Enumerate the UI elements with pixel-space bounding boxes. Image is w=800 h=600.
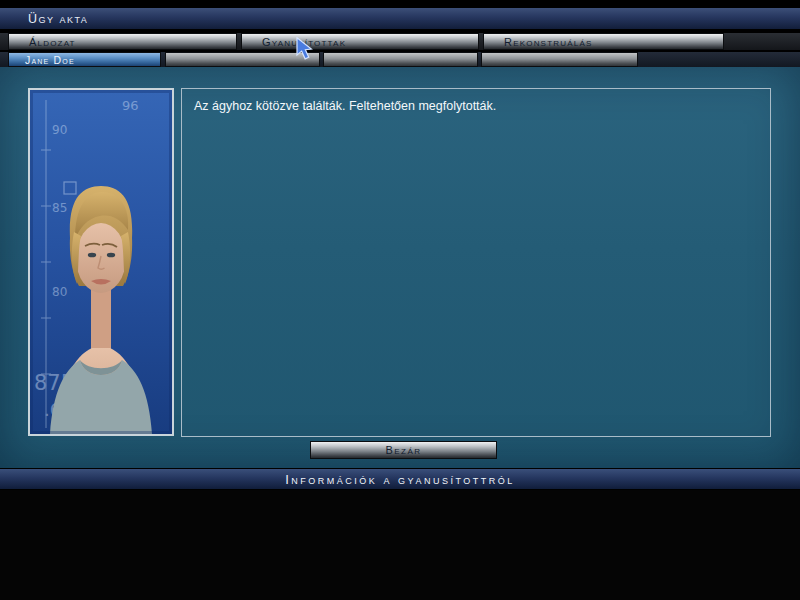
- svg-text:96: 96: [122, 98, 139, 113]
- victim-description-box: Az ágyhoz kötözve találták. Feltehetően …: [181, 88, 771, 437]
- subtab-empty-slot: [165, 52, 320, 67]
- close-button-label: Bezár: [385, 444, 421, 456]
- subtab-jane-doe-label: Jane Doe: [25, 54, 75, 66]
- subtab-jane-doe[interactable]: Jane Doe: [8, 52, 161, 67]
- case-file-header: Ügy akta: [0, 7, 800, 30]
- subtab-empty-slot: [323, 52, 478, 67]
- status-bar-text: Információk a gyanusítottról: [285, 472, 515, 487]
- svg-text:90: 90: [52, 123, 67, 137]
- tab-reconstruction-label: Rekonstruálás: [504, 36, 592, 48]
- victim-description-text: Az ágyhoz kötözve találták. Feltehetően …: [194, 99, 496, 113]
- svg-text:80: 80: [52, 285, 67, 299]
- victim-portrait: 96 90 85 80 875 .65: [28, 88, 174, 436]
- tab-victim[interactable]: Áldozat: [8, 33, 237, 50]
- game-screen: Ügy akta Áldozat Gyanusítottak Rekonstru…: [0, 0, 800, 600]
- tab-reconstruction[interactable]: Rekonstruálás: [483, 33, 724, 50]
- tab-victim-label: Áldozat: [29, 36, 76, 48]
- tab-suspects-label: Gyanusítottak: [262, 36, 346, 48]
- subtab-empty-slot: [481, 52, 638, 67]
- svg-text:85: 85: [52, 201, 67, 215]
- tab-suspects[interactable]: Gyanusítottak: [241, 33, 479, 50]
- toolbox-area: Helyszínek Eszközök Bizonyítékok Begyüjt…: [0, 490, 800, 600]
- close-button[interactable]: Bezár: [310, 441, 497, 459]
- case-file-title: Ügy akta: [28, 12, 88, 26]
- status-bar: Információk a gyanusítottról: [0, 468, 800, 490]
- jane-doe-photo: 96 90 85 80 875 .65: [30, 90, 172, 434]
